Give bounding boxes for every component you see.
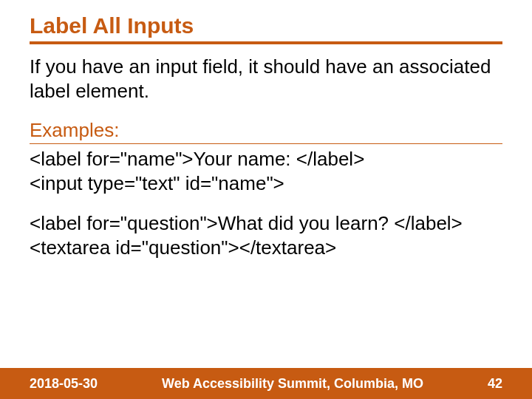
body-paragraph: If you have an input field, it should ha… xyxy=(30,55,502,103)
footer-page-number: 42 xyxy=(488,376,502,392)
slide-content: Label All Inputs If you have an input fi… xyxy=(0,0,532,368)
footer-date: 2018-05-30 xyxy=(30,376,98,392)
examples-heading: Examples: xyxy=(30,119,502,144)
slide-title: Label All Inputs xyxy=(30,13,502,44)
slide-footer: 2018-05-30 Web Accessibility Summit, Col… xyxy=(0,368,532,399)
slide: Label All Inputs If you have an input fi… xyxy=(0,0,532,399)
code-example-1: <label for="name">Your name: </label> <i… xyxy=(30,147,502,195)
code-example-2: <label for="question">What did you learn… xyxy=(30,211,502,259)
footer-venue: Web Accessibility Summit, Columbia, MO xyxy=(98,376,488,392)
